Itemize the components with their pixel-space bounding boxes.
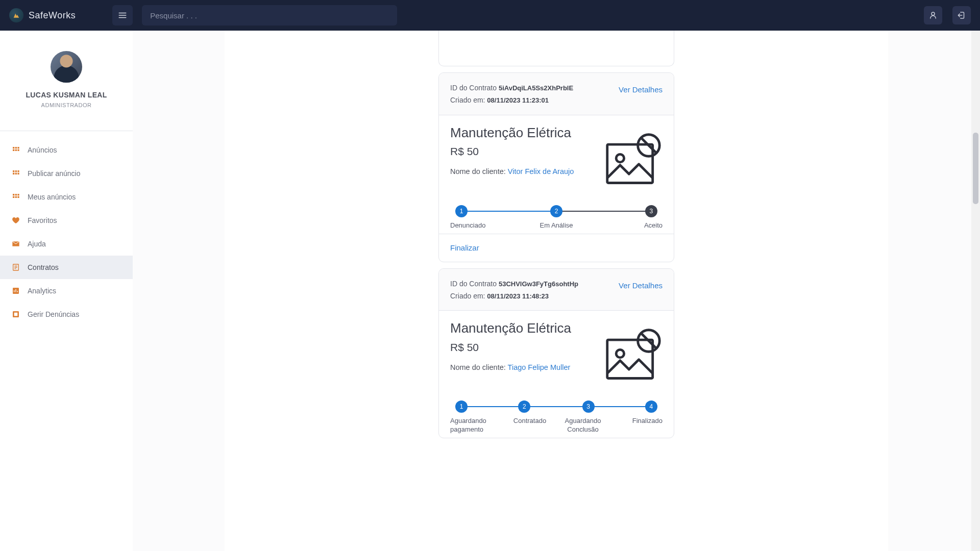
sidebar-item-label: Ajuda bbox=[28, 240, 46, 248]
svg-rect-14 bbox=[17, 194, 19, 195]
svg-rect-12 bbox=[13, 194, 14, 195]
grid-icon bbox=[11, 192, 20, 202]
svg-rect-0 bbox=[13, 147, 14, 148]
step-dot: 1 bbox=[455, 205, 468, 217]
contract-card-partial bbox=[438, 31, 674, 66]
svg-point-26 bbox=[616, 350, 624, 358]
service-title: Manutenção Elétrica bbox=[450, 126, 594, 141]
step-label: Contratado bbox=[503, 417, 556, 434]
client-name-label: Nome do cliente: bbox=[450, 167, 506, 176]
scrollbar-thumb[interactable] bbox=[973, 133, 978, 204]
step-label: Aguardando Conclusão bbox=[556, 417, 609, 434]
svg-rect-21 bbox=[14, 313, 18, 316]
step-dot: 2 bbox=[518, 400, 530, 413]
client-name-label: Nome do cliente: bbox=[450, 363, 506, 371]
svg-rect-13 bbox=[15, 194, 17, 195]
svg-rect-1 bbox=[15, 147, 17, 148]
contract-id-label: ID do Contrato bbox=[450, 280, 497, 288]
logout-icon bbox=[957, 11, 966, 20]
sidebar-item-analytics[interactable]: Analytics bbox=[0, 279, 133, 303]
profile-block: LUCAS KUSMAN LEAL ADMINISTRADOR bbox=[0, 31, 133, 120]
sidebar-item-contratos[interactable]: Contratos bbox=[0, 256, 133, 279]
sidebar-item-label: Favoritos bbox=[28, 216, 57, 224]
step-dot: 3 bbox=[645, 205, 657, 217]
sidebar-item-gerir-denuncias[interactable]: Gerir Denúncias bbox=[0, 303, 133, 326]
svg-rect-17 bbox=[17, 196, 19, 198]
sidebar-toggle-button[interactable] bbox=[112, 5, 133, 26]
step-dot: 2 bbox=[550, 205, 562, 217]
step-label: Aguardando pagamento bbox=[450, 417, 503, 434]
scrollbar[interactable] bbox=[971, 31, 980, 551]
user-icon bbox=[928, 11, 938, 20]
client-name-link[interactable]: Tiago Felipe Muller bbox=[508, 363, 571, 371]
service-price: R$ 50 bbox=[450, 145, 594, 158]
status-stepper: 1 2 3 4 Aguardando pagamento Contratado … bbox=[439, 390, 674, 438]
grid-icon bbox=[11, 145, 20, 155]
profile-role: ADMINISTRADOR bbox=[0, 102, 133, 108]
sidebar: LUCAS KUSMAN LEAL ADMINISTRADOR Anúncios… bbox=[0, 31, 133, 551]
search-input[interactable] bbox=[142, 5, 397, 26]
svg-point-23 bbox=[616, 154, 624, 162]
sidebar-item-publicar[interactable]: Publicar anúncio bbox=[0, 162, 133, 185]
step-dot: 1 bbox=[455, 400, 468, 413]
contract-card-header: ID do Contrato 5iAvDqiLA5Ss2XhPrblE Cria… bbox=[439, 73, 674, 115]
grid-icon bbox=[11, 169, 20, 178]
flag-icon bbox=[11, 310, 20, 319]
svg-rect-11 bbox=[17, 173, 19, 174]
sidebar-item-label: Publicar anúncio bbox=[28, 169, 81, 178]
sidebar-item-label: Meus anúncios bbox=[28, 193, 76, 201]
no-image-icon bbox=[603, 131, 663, 190]
top-nav: SafeWorks bbox=[0, 0, 980, 31]
finalize-link[interactable]: Finalizar bbox=[450, 243, 479, 252]
sidebar-item-favoritos[interactable]: Favoritos bbox=[0, 209, 133, 232]
step-label: Em Análise bbox=[521, 221, 592, 230]
sidebar-item-meus-anuncios[interactable]: Meus anúncios bbox=[0, 185, 133, 209]
contract-created-label: Criado em: bbox=[450, 292, 485, 300]
contract-created-label: Criado em: bbox=[450, 96, 485, 104]
profile-button[interactable] bbox=[924, 6, 942, 24]
status-stepper: 1 2 3 Denunciado Em Análise Aceito bbox=[439, 195, 674, 234]
brand-logo-icon bbox=[9, 8, 23, 22]
service-title: Manutenção Elétrica bbox=[450, 321, 594, 336]
brand[interactable]: SafeWorks bbox=[9, 8, 76, 22]
svg-rect-4 bbox=[15, 149, 17, 151]
client-name-link[interactable]: Vitor Felix de Araujo bbox=[508, 167, 574, 176]
contract-id-value: 5iAvDqiLA5Ss2XhPrblE bbox=[499, 84, 573, 92]
svg-rect-9 bbox=[13, 173, 14, 174]
svg-rect-5 bbox=[17, 149, 19, 151]
step-label: Denunciado bbox=[450, 221, 521, 230]
step-dot: 4 bbox=[645, 400, 657, 413]
logout-button[interactable] bbox=[952, 6, 971, 24]
sidebar-item-label: Contratos bbox=[28, 263, 59, 271]
contract-id-value: 53CHVlGw3FyTg6sohtHp bbox=[499, 280, 578, 288]
svg-rect-7 bbox=[15, 170, 17, 172]
contract-created-value: 08/11/2023 11:48:23 bbox=[487, 292, 549, 300]
mail-icon bbox=[11, 239, 20, 248]
svg-rect-2 bbox=[17, 147, 19, 148]
no-image-icon bbox=[603, 326, 663, 385]
svg-rect-6 bbox=[13, 170, 14, 172]
svg-rect-15 bbox=[13, 196, 14, 198]
view-details-link[interactable]: Ver Detalhes bbox=[619, 85, 663, 94]
svg-rect-25 bbox=[607, 340, 653, 379]
view-details-link[interactable]: Ver Detalhes bbox=[619, 281, 663, 290]
contract-card: ID do Contrato 5iAvDqiLA5Ss2XhPrblE Cria… bbox=[438, 72, 674, 262]
sidebar-item-label: Gerir Denúncias bbox=[28, 310, 79, 318]
service-price: R$ 50 bbox=[450, 341, 594, 354]
step-label: Finalizado bbox=[609, 417, 663, 434]
heart-icon bbox=[11, 216, 20, 225]
nav-list: Anúncios Publicar anúncio Meus anúncios … bbox=[0, 131, 133, 333]
svg-rect-3 bbox=[13, 149, 14, 151]
contract-created-value: 08/11/2023 11:23:01 bbox=[487, 96, 549, 104]
sidebar-item-label: Anúncios bbox=[28, 146, 57, 154]
menu-icon bbox=[118, 11, 127, 20]
sidebar-item-anuncios[interactable]: Anúncios bbox=[0, 138, 133, 162]
document-icon bbox=[11, 263, 20, 272]
contract-card: ID do Contrato 53CHVlGw3FyTg6sohtHp Cria… bbox=[438, 268, 674, 438]
profile-name: LUCAS KUSMAN LEAL bbox=[0, 91, 133, 99]
main-content: ID do Contrato 5iAvDqiLA5Ss2XhPrblE Cria… bbox=[133, 31, 980, 551]
brand-name: SafeWorks bbox=[29, 10, 76, 21]
sidebar-item-ajuda[interactable]: Ajuda bbox=[0, 232, 133, 256]
avatar[interactable] bbox=[51, 51, 82, 83]
contract-id-label: ID do Contrato bbox=[450, 84, 497, 92]
